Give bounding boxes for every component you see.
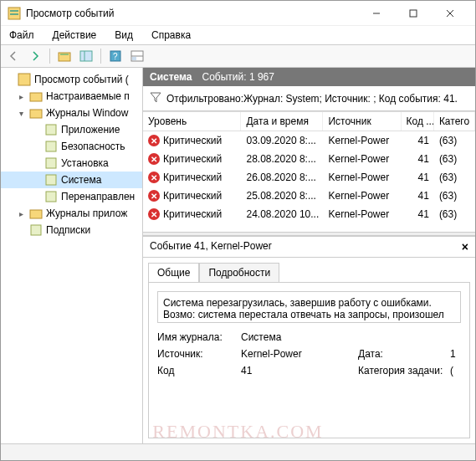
svg-rect-17 [30, 110, 42, 118]
table-row[interactable]: ✕Критический24.08.2020 10...Kernel-Power… [143, 205, 475, 223]
tree-root[interactable]: Просмотр событий ( [1, 71, 142, 88]
panel2-icon[interactable] [128, 47, 146, 65]
col-id[interactable]: Код ... [402, 112, 434, 131]
prop-cat-value: ( [450, 365, 470, 376]
cell-category: (63) [434, 188, 475, 203]
svg-rect-21 [46, 175, 56, 185]
error-icon: ✕ [148, 190, 160, 202]
panel-icon[interactable] [77, 47, 95, 65]
error-icon: ✕ [148, 208, 160, 220]
cell-source: Kernel-Power [323, 188, 401, 203]
cell-datetime: 25.08.2020 8:... [242, 188, 324, 203]
prop-source-value: Kernel-Power [241, 348, 358, 360]
cell-level: Критический [163, 135, 222, 146]
col-category[interactable]: Катего [434, 112, 475, 131]
tree-security[interactable]: Безопасность [1, 138, 142, 155]
svg-rect-19 [46, 141, 56, 151]
cell-datetime: 28.08.2020 8:... [242, 151, 324, 166]
table-row[interactable]: ✕Критический26.08.2020 8:...Kernel-Power… [143, 168, 475, 187]
col-datetime[interactable]: Дата и время [241, 112, 323, 131]
svg-rect-2 [10, 13, 18, 15]
forward-button[interactable] [26, 47, 44, 65]
detail-title: Событие 41, Kernel-Power [150, 240, 272, 254]
maximize-button[interactable] [395, 2, 432, 25]
cell-id: 41 [402, 170, 434, 185]
toolbar: ? [1, 44, 475, 68]
cell-source: Kernel-Power [323, 151, 401, 166]
statusbar [1, 443, 475, 460]
col-source[interactable]: Источник [323, 112, 401, 131]
svg-rect-16 [30, 93, 42, 101]
content-header: Система Событий: 1 967 [143, 68, 475, 86]
tree-forwarded[interactable]: Перенаправлен [1, 188, 142, 205]
svg-text:?: ? [113, 52, 118, 61]
tree-application[interactable]: Приложение [1, 121, 142, 138]
grid-body[interactable]: ✕Критический03.09.2020 8:...Kernel-Power… [143, 131, 475, 232]
tree-system[interactable]: Система [1, 172, 142, 188]
svg-rect-8 [80, 51, 92, 61]
tab-details[interactable]: Подробности [199, 263, 279, 282]
grid-header[interactable]: Уровень Дата и время Источник Код ... Ка… [143, 111, 475, 131]
table-row[interactable]: ✕Критический03.09.2020 8:...Kernel-Power… [143, 131, 475, 150]
table-row[interactable]: ✕Критический25.08.2020 8:...Kernel-Power… [143, 187, 475, 205]
cell-category: (63) [434, 133, 475, 148]
error-icon: ✕ [148, 153, 160, 165]
cell-source: Kernel-Power [323, 207, 401, 222]
col-level[interactable]: Уровень [143, 112, 241, 131]
event-description: Система перезагрузилась, завершив работу… [157, 291, 461, 323]
tab-general[interactable]: Общие [148, 263, 199, 282]
svg-rect-20 [46, 158, 56, 168]
cell-category: (63) [434, 207, 475, 222]
filter-icon [150, 91, 161, 105]
help-icon[interactable]: ? [106, 47, 125, 65]
cell-datetime: 03.09.2020 8:... [242, 133, 324, 148]
back-button[interactable] [4, 47, 23, 65]
tree-app-logs[interactable]: ▸Журналы прилож [1, 205, 142, 222]
prop-logname-value: Система [241, 331, 358, 343]
error-icon: ✕ [148, 135, 160, 146]
close-button[interactable] [432, 2, 468, 25]
cell-level: Критический [163, 208, 222, 220]
tree-windows-logs[interactable]: ▾Журналы Window [1, 105, 142, 121]
svg-rect-22 [46, 192, 56, 202]
cell-id: 41 [402, 188, 434, 203]
cell-id: 41 [402, 133, 434, 148]
svg-rect-1 [10, 10, 18, 12]
menu-help[interactable]: Справка [148, 28, 194, 43]
cell-datetime: 26.08.2020 8:... [242, 170, 324, 185]
cell-id: 41 [402, 207, 434, 222]
cell-source: Kernel-Power [323, 133, 401, 148]
cell-category: (63) [434, 170, 475, 185]
svg-rect-4 [410, 10, 417, 17]
folder-icon[interactable] [55, 47, 74, 65]
event-count: Событий: 1 967 [202, 71, 274, 83]
detail-pane: Событие 41, Kernel-Power × Общие Подробн… [143, 236, 475, 443]
tree-setup[interactable]: Установка [1, 155, 142, 172]
prop-source-label: Источник: [157, 348, 241, 360]
prop-code-label: Код [157, 365, 241, 376]
prop-code-value: 41 [241, 365, 358, 376]
menu-action[interactable]: Действие [49, 28, 100, 43]
svg-rect-18 [46, 125, 56, 135]
filter-bar: Отфильтровано:Журнал: System; Источник: … [143, 86, 475, 111]
table-row[interactable]: ✕Критический28.08.2020 8:...Kernel-Power… [143, 150, 475, 168]
svg-rect-24 [31, 225, 41, 235]
tree-custom-views[interactable]: ▸Настраиваемые п [1, 88, 142, 105]
svg-rect-14 [132, 57, 136, 60]
detail-close-icon[interactable]: × [462, 240, 468, 254]
tree-panel: Просмотр событий ( ▸Настраиваемые п ▾Жур… [1, 68, 143, 443]
app-icon [8, 7, 21, 20]
cell-level: Критический [163, 190, 222, 202]
cell-level: Критический [163, 172, 222, 183]
tree-subscriptions[interactable]: Подписки [1, 222, 142, 238]
log-title: Система [150, 71, 192, 83]
filter-text: Отфильтровано:Журнал: System; Источник: … [166, 93, 458, 105]
prop-cat-label: Категория задачи: [358, 365, 450, 376]
svg-rect-15 [18, 74, 30, 85]
menu-file[interactable]: Файл [6, 28, 38, 43]
cell-datetime: 24.08.2020 10... [242, 207, 324, 222]
minimize-button[interactable] [358, 2, 395, 25]
cell-level: Критический [163, 153, 222, 165]
svg-rect-23 [30, 210, 42, 218]
menu-view[interactable]: Вид [111, 28, 136, 43]
